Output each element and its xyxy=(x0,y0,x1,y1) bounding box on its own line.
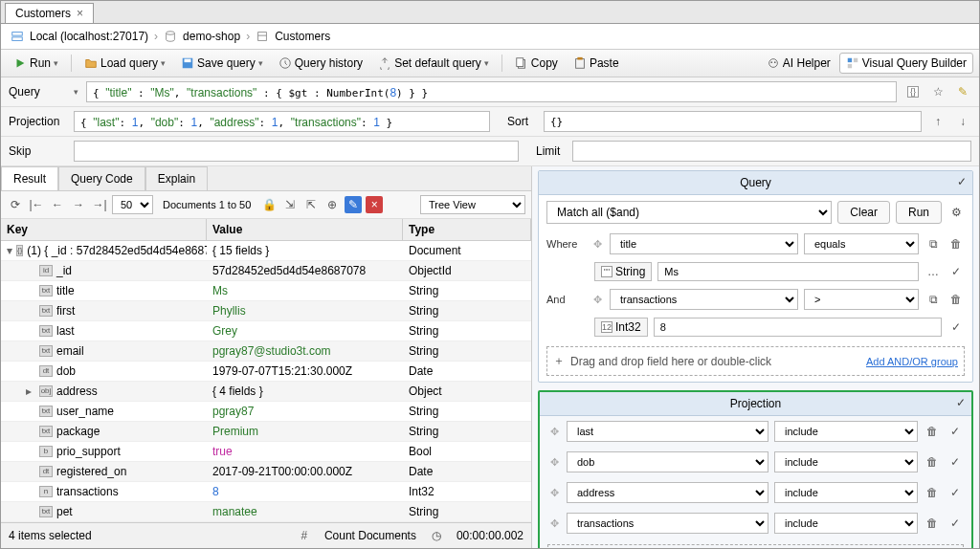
copy-button[interactable]: Copy xyxy=(508,53,565,74)
trash-icon[interactable]: 🗑 xyxy=(924,453,941,471)
clear-icon[interactable]: ✎ xyxy=(954,83,971,100)
type-badge[interactable]: ""String xyxy=(594,262,652,281)
field-select[interactable]: title xyxy=(610,233,798,254)
query-history-button[interactable]: Query history xyxy=(272,53,369,74)
trash-icon[interactable]: 🗑 xyxy=(924,484,941,501)
drag-handle-icon[interactable]: ✥ xyxy=(547,516,561,530)
run-button[interactable]: Run xyxy=(896,201,942,224)
field-picker-icon[interactable]: {} xyxy=(904,83,922,100)
drag-handle-icon[interactable]: ✥ xyxy=(590,237,604,251)
projection-mode-select[interactable]: include xyxy=(774,513,918,534)
check-icon[interactable]: ✓ xyxy=(947,453,964,471)
query-input[interactable]: { "title" : "Ms", "transactions" : { $gt… xyxy=(86,81,897,102)
check-icon[interactable]: ✓ xyxy=(947,263,965,280)
table-row[interactable]: id_id57d28452ed5d4d54e8687078ObjectId xyxy=(1,261,531,281)
sort-asc-icon[interactable]: ↑ xyxy=(929,113,947,130)
projection-mode-select[interactable]: include xyxy=(774,482,918,503)
ai-helper-button[interactable]: AI Helper xyxy=(760,53,837,74)
operator-select[interactable]: equals xyxy=(804,233,919,254)
table-row[interactable]: txtemailpgray87@studio3t.comString xyxy=(1,341,531,362)
tab-explain[interactable]: Explain xyxy=(145,166,208,190)
import-icon[interactable]: ⇱ xyxy=(302,196,320,213)
trash-icon[interactable]: 🗑 xyxy=(924,423,941,440)
load-query-button[interactable]: Load query▾ xyxy=(78,53,172,74)
chevron-down-icon[interactable]: ▾ xyxy=(74,87,78,97)
add-doc-icon[interactable]: ⊕ xyxy=(323,196,341,213)
page-size-select[interactable]: 50 xyxy=(112,195,153,214)
table-row[interactable]: txtpackagePremiumString xyxy=(1,422,531,442)
skip-input[interactable] xyxy=(74,141,519,162)
limit-input[interactable] xyxy=(572,141,971,162)
copy-clause-icon[interactable]: ⧉ xyxy=(924,235,942,253)
count-documents-button[interactable]: Count Documents xyxy=(324,529,416,542)
table-row[interactable]: txtuser_namepgray87String xyxy=(1,402,531,422)
table-row[interactable]: txtfirstPhyllisString xyxy=(1,301,531,321)
projection-field-select[interactable]: address xyxy=(567,482,768,503)
drop-area-projection[interactable]: ＋ Drag and drop fields here or double-cl… xyxy=(547,544,964,548)
drag-handle-icon[interactable]: ✥ xyxy=(547,486,561,499)
visual-query-builder-button[interactable]: Visual Query Builder xyxy=(839,53,973,74)
table-row[interactable]: txtlastGreyString xyxy=(1,321,531,341)
check-icon[interactable]: ✓ xyxy=(947,484,964,501)
prev-page-icon[interactable]: ← xyxy=(49,196,66,213)
grid-body[interactable]: ▾{}(1) { _id : 57d28452ed5d4d54e8687078 … xyxy=(1,241,531,522)
first-page-icon[interactable]: |← xyxy=(28,196,45,213)
sort-desc-icon[interactable]: ↓ xyxy=(954,113,971,130)
check-icon[interactable]: ✓ xyxy=(947,318,965,336)
gear-icon[interactable]: ⚙ xyxy=(947,204,965,221)
check-icon[interactable]: ✓ xyxy=(957,175,967,188)
projection-input[interactable]: { "last": 1, "dob": 1, "address": 1, "tr… xyxy=(74,111,490,132)
star-icon[interactable]: ☆ xyxy=(929,83,947,100)
drop-area-query[interactable]: ＋ Drag and drop field here or double-cli… xyxy=(546,346,965,376)
edit-icon[interactable]: ✎ xyxy=(345,196,362,213)
trash-icon[interactable]: 🗑 xyxy=(947,235,965,253)
expand-icon[interactable]: ▾ xyxy=(7,244,12,257)
close-icon[interactable]: × xyxy=(77,7,83,20)
more-icon[interactable]: … xyxy=(924,263,942,280)
sort-input[interactable]: {} xyxy=(544,111,922,132)
check-icon[interactable]: ✓ xyxy=(947,423,964,440)
projection-mode-select[interactable]: include xyxy=(774,451,918,472)
table-row[interactable]: ntransactions8Int32 xyxy=(1,482,531,502)
trash-icon[interactable]: 🗑 xyxy=(924,515,941,532)
breadcrumb-coll[interactable]: Customers xyxy=(275,30,330,43)
copy-clause-icon[interactable]: ⧉ xyxy=(924,291,942,308)
breadcrumb-conn[interactable]: Local (localhost:27017) xyxy=(30,30,148,43)
refresh-icon[interactable]: ⟳ xyxy=(7,196,24,213)
table-row[interactable]: bprio_supporttrueBool xyxy=(1,442,531,462)
paste-button[interactable]: Paste xyxy=(567,53,626,74)
table-row[interactable]: dtregistered_on2017-09-21T00:00:00.000ZD… xyxy=(1,462,531,482)
clear-button[interactable]: Clear xyxy=(837,201,890,224)
match-mode-select[interactable]: Match all ($and) xyxy=(546,201,832,224)
set-default-query-button[interactable]: Set default query▾ xyxy=(371,53,496,74)
projection-mode-select[interactable]: include xyxy=(774,421,918,442)
operator-select[interactable]: > xyxy=(804,289,919,310)
table-row[interactable]: ▸objaddress{ 4 fields }Object xyxy=(1,382,531,402)
table-row[interactable]: dtdob1979-07-07T15:21:30.000ZDate xyxy=(1,362,531,382)
value-input[interactable] xyxy=(657,262,919,281)
lock-icon[interactable]: 🔒 xyxy=(260,196,278,213)
tab-result[interactable]: Result xyxy=(1,166,58,190)
expand-icon[interactable]: ▸ xyxy=(26,384,35,398)
next-page-icon[interactable]: → xyxy=(70,196,87,213)
projection-field-select[interactable]: transactions xyxy=(567,513,768,534)
table-row[interactable]: txtpetmanateeString xyxy=(1,502,531,522)
projection-field-select[interactable]: last xyxy=(567,421,768,442)
add-group-link[interactable]: Add AND/OR group xyxy=(866,356,958,367)
check-icon[interactable]: ✓ xyxy=(947,515,964,532)
tab-customers[interactable]: Customers × xyxy=(5,3,94,23)
drag-handle-icon[interactable]: ✥ xyxy=(547,425,561,438)
field-select[interactable]: transactions xyxy=(610,289,798,310)
type-badge[interactable]: 12Int32 xyxy=(594,318,648,337)
save-query-button[interactable]: Save query▾ xyxy=(174,53,270,74)
drag-handle-icon[interactable]: ✥ xyxy=(547,455,561,469)
breadcrumb-db[interactable]: demo-shop xyxy=(183,30,240,43)
projection-section-header[interactable]: Projection ✓ xyxy=(540,392,971,416)
delete-icon[interactable]: × xyxy=(366,196,383,213)
table-row[interactable]: txttitleMsString xyxy=(1,281,531,301)
query-section-header[interactable]: Query ✓ xyxy=(539,171,972,195)
table-row-root[interactable]: ▾{}(1) { _id : 57d28452ed5d4d54e8687078 … xyxy=(1,241,531,261)
tab-query-code[interactable]: Query Code xyxy=(58,166,145,190)
drag-handle-icon[interactable]: ✥ xyxy=(590,293,604,306)
value-input[interactable] xyxy=(654,318,942,337)
